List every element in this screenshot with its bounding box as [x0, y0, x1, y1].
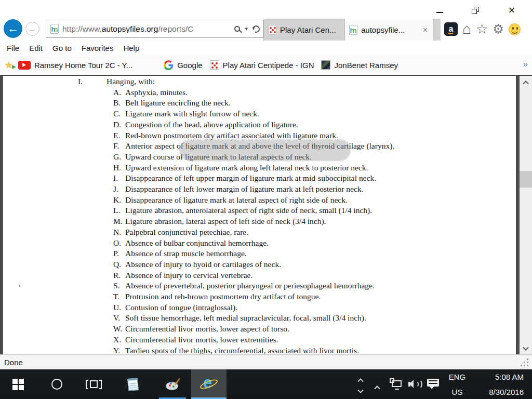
list-item: I. Disappearance of left upper margin of… — [113, 173, 394, 184]
item-text: Ligature abrasion, lateral aspect of lef… — [125, 216, 326, 227]
list-item: U. Contusion of tongue (intraglossal). — [113, 302, 394, 313]
scroll-up-button[interactable] — [520, 76, 532, 88]
language-indicator[interactable]: ENG US — [445, 373, 470, 396]
task-view-icon — [86, 380, 102, 389]
menu-item[interactable]: File — [7, 44, 19, 52]
item-text: Contusion of tongue (intraglossal). — [125, 302, 237, 313]
item-letter: M. — [113, 216, 125, 227]
findings-items: A. Asphyxia, minutes. B. Belt ligature e… — [113, 87, 394, 354]
notification-icon[interactable] — [427, 379, 439, 387]
chevron-down-icon[interactable] — [357, 388, 363, 393]
item-letter: L. — [113, 205, 125, 216]
cortana-button[interactable] — [44, 369, 70, 399]
cortana-circle-icon — [51, 379, 62, 390]
scroll-down-button[interactable] — [520, 343, 532, 354]
page-content: I. Hanging, with: A. Asphyxia, minutes. … — [0, 75, 532, 354]
list-item: R. Absence of injury to cervical vertebr… — [113, 270, 394, 281]
status-bar: Done — [0, 354, 532, 369]
list-item: V. Soft tissue hemorrhage, left medial s… — [113, 313, 394, 324]
item-text: Absence of injury to hyoid or cartilages… — [125, 259, 281, 270]
restore-icon — [472, 7, 480, 15]
gear-icon[interactable]: ⚙ — [493, 22, 504, 36]
chevron-up-icon[interactable] — [357, 378, 363, 384]
item-letter: B. — [113, 98, 125, 109]
minimize-icon — [436, 12, 443, 13]
favorite-google[interactable]: Google — [164, 60, 202, 70]
item-letter: K. — [113, 195, 125, 206]
scan-edge-right — [516, 76, 520, 354]
menu-item[interactable]: Go to — [52, 44, 72, 52]
home-icon[interactable]: ⌂ — [462, 22, 471, 36]
tab-autopsyfiles[interactable]: hn autopsyfile... × — [345, 19, 433, 41]
item-text: Circumferential livor mortis, lower extr… — [125, 335, 278, 345]
minimize-button[interactable] — [431, 4, 448, 17]
section-title: Hanging, with: — [107, 76, 155, 87]
menu-item[interactable]: Favorites — [82, 44, 114, 52]
taskbar-scroll-arrows[interactable] — [354, 369, 367, 399]
url-text[interactable]: http://www.autopsyfiles.org/reports/C — [62, 24, 232, 34]
close-button[interactable]: × — [503, 4, 520, 17]
list-item: O. Absence of bulbar conjunctival hemorr… — [113, 238, 394, 249]
item-text: Disappearance of left upper margin of li… — [125, 173, 376, 184]
paint-button[interactable] — [159, 369, 186, 399]
list-item: M. Ligature abrasion, lateral aspect of … — [113, 216, 394, 227]
atari-favicon — [268, 25, 276, 35]
internet-explorer-button[interactable]: e — [191, 369, 227, 399]
google-icon — [164, 60, 174, 70]
favorites-star-icon[interactable]: ☆ — [476, 22, 488, 36]
section-header: I. Hanging, with: — [78, 76, 394, 87]
item-letter: P. — [113, 248, 125, 259]
favorite-label: Google — [177, 61, 202, 70]
vertical-scrollbar[interactable] — [520, 76, 532, 354]
favorite-label: Play Atari Centipede - IGN — [223, 61, 314, 70]
start-button[interactable] — [4, 369, 32, 399]
favorites-overflow-icon[interactable]: » — [523, 59, 528, 70]
item-text: Congestion of the head, above applicatio… — [125, 119, 298, 130]
tab-title: Play Atari Cen... — [280, 25, 340, 34]
status-text: Done — [4, 358, 23, 367]
menu-item[interactable]: Help — [123, 44, 139, 52]
notepad-button[interactable] — [119, 369, 147, 399]
favorite-ramsey-home-tour[interactable]: Ramsey Home Tour 2C - Y... — [18, 61, 132, 70]
favorite-label: Ramsey Home Tour 2C - Y... — [34, 61, 132, 70]
tab-play-atari[interactable]: Play Atari Cen... — [264, 19, 345, 41]
search-icon[interactable] — [234, 26, 240, 32]
item-text: Disappearance of left lower margin of li… — [125, 184, 364, 195]
menu-bar: FileEditGo toFavoritesHelp — [0, 41, 532, 55]
menu-item[interactable]: Edit — [29, 44, 43, 52]
item-letter: T. — [113, 291, 125, 302]
favorite-jonbenet-ramsey[interactable]: JonBenet Ramsey — [321, 60, 398, 70]
scrollbar-thumb[interactable] — [520, 171, 532, 188]
chevron-down-icon[interactable]: ▾ — [245, 25, 248, 32]
amazon-icon[interactable]: a — [444, 22, 458, 36]
item-letter: W. — [113, 324, 125, 335]
list-item: C. Ligature mark with slight furrow of n… — [113, 109, 394, 119]
resize-grip[interactable] — [527, 365, 528, 366]
address-bar[interactable]: hn http://www.autopsyfiles.org/reports/C… — [46, 20, 263, 38]
list-item: X. Circumferential livor mortis, lower e… — [113, 335, 394, 345]
item-text: Absence of bulbar conjunctival hemorrhag… — [125, 238, 269, 249]
task-view-button[interactable] — [80, 369, 107, 399]
feedback-smiley-icon[interactable] — [509, 23, 521, 35]
favorite-atari-centipede[interactable]: Play Atari Centipede - IGN — [210, 60, 314, 70]
item-text: Upward extension of ligature mark along … — [125, 163, 368, 174]
list-item: K. Disappearance of ligature mark at lat… — [113, 195, 394, 206]
item-letter: J. — [113, 184, 125, 195]
restore-button[interactable] — [467, 4, 484, 17]
clock[interactable]: 5:08 AM 8/30/2016 — [471, 373, 524, 396]
speaker-icon[interactable] — [408, 379, 421, 389]
date-text: 8/30/2016 — [489, 388, 524, 396]
list-item: A. Asphyxia, minutes. — [113, 87, 394, 98]
tray-overflow-button[interactable] — [375, 382, 379, 391]
refresh-icon[interactable] — [251, 24, 261, 34]
back-button[interactable]: ← — [4, 19, 22, 38]
scan-artifact — [19, 285, 20, 287]
item-letter: D. — [113, 119, 125, 130]
add-favorite-star-icon[interactable]: ★ — [4, 59, 14, 71]
list-item: B. Belt ligature encircling the neck. — [113, 98, 394, 109]
forward-button[interactable]: → — [25, 22, 39, 36]
chevron-down-icon — [523, 345, 528, 351]
tab-close-icon[interactable]: × — [422, 25, 429, 35]
address-bar-icons: ▾ — [232, 25, 260, 33]
network-icon[interactable] — [390, 378, 403, 390]
